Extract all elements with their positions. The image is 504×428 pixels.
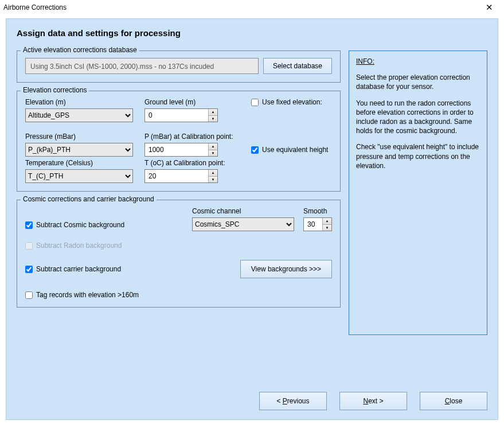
next-button[interactable]: Next > (339, 392, 407, 410)
select-database-button[interactable]: Select database (263, 58, 332, 74)
smooth-label: Smooth (303, 207, 332, 215)
spin-down-icon[interactable]: ▼ (209, 177, 217, 183)
cosmic-channel-label: Cosmic channel (192, 207, 294, 215)
spin-up-icon[interactable]: ▲ (209, 109, 217, 116)
subtract-cosmic-label: Subtract Cosmic background (36, 221, 124, 229)
window-title: Airborne Corrections (3, 3, 67, 11)
previous-button[interactable]: < Previous (259, 392, 327, 410)
ground-level-label: Ground level (m) (144, 98, 245, 106)
info-p2: You need to run the radon corrections be… (356, 99, 480, 136)
close-button[interactable]: Close (420, 392, 487, 410)
view-backgrounds-button[interactable]: View backgrounds >>> (240, 260, 332, 278)
previous-label-rest: revious (287, 397, 310, 405)
subtract-radon-checkbox: Subtract Radon background (25, 242, 332, 250)
t-cal-spinner[interactable]: ▲ ▼ (144, 169, 218, 183)
spin-down-icon[interactable]: ▼ (209, 150, 217, 157)
smooth-spinner[interactable]: ▲ ▼ (303, 217, 332, 231)
elevation-select[interactable]: Altitude_GPS (25, 108, 133, 122)
p-cal-spinner[interactable]: ▲ ▼ (144, 143, 218, 157)
info-heading: INFO: (356, 57, 374, 65)
use-equivalent-height-checkbox[interactable]: Use equivalent height (251, 146, 332, 154)
spin-down-icon[interactable]: ▼ (323, 225, 331, 231)
cosmic-channel-select[interactable]: Cosmics_SPC (192, 217, 294, 231)
previous-label-u: P (283, 397, 287, 405)
subtract-radon-label: Subtract Radon background (36, 242, 122, 250)
spin-up-icon[interactable]: ▲ (323, 218, 331, 225)
t-cal-label: T (oC) at Calibration point: (144, 159, 332, 167)
info-box: INFO: Select the proper elevation correc… (349, 50, 487, 335)
smooth-input[interactable] (304, 218, 322, 231)
ground-level-input[interactable] (145, 109, 208, 122)
spin-up-icon[interactable]: ▲ (209, 170, 217, 177)
tag-records-input[interactable] (25, 291, 33, 299)
temperature-label: Temperature (Celsius) (25, 159, 139, 167)
subtract-cosmic-input[interactable] (25, 221, 33, 229)
subtract-cosmic-checkbox[interactable]: Subtract Cosmic background (25, 221, 183, 229)
temperature-select[interactable]: T_(C)_PTH (25, 169, 133, 183)
pressure-label: Pressure (mBar) (25, 133, 139, 141)
use-fixed-elevation-label: Use fixed elevation: (262, 98, 322, 106)
pressure-select[interactable]: P_(kPa)_PTH (25, 143, 133, 157)
p-cal-label: P (mBar) at Calibration point: (144, 133, 332, 141)
next-label-rest: ext (368, 397, 377, 405)
info-p3: Check "use equivalent height" to include… (356, 142, 480, 170)
database-path-input: Using 3.5inch CsI (MS-1000, 2000).mss - … (25, 58, 259, 74)
subtract-carrier-label: Subtract carrier background (36, 265, 121, 273)
elevation-legend: Elevation corrections (21, 86, 89, 94)
use-fixed-elevation-checkbox[interactable]: Use fixed elevation: (251, 98, 332, 106)
subtract-carrier-checkbox[interactable]: Subtract carrier background (25, 265, 121, 273)
next-label-u: N (363, 397, 368, 405)
p-cal-input[interactable] (145, 143, 208, 156)
cosmic-legend: Cosmic corrections and carrier backgroun… (21, 195, 157, 203)
active-db-fieldset: Active elevation corrections database Us… (17, 50, 341, 83)
t-cal-input[interactable] (145, 170, 208, 182)
subtract-radon-input (25, 242, 33, 250)
main-panel: Assign data and settings for processing … (6, 18, 498, 420)
tag-records-label: Tag records with elevation >160m (36, 291, 139, 299)
titlebar: Airborne Corrections ✕ (0, 0, 504, 15)
spin-down-icon[interactable]: ▼ (209, 116, 217, 122)
subtract-carrier-input[interactable] (25, 266, 33, 273)
elevation-label: Elevation (m) (25, 98, 139, 106)
elevation-fieldset: Elevation corrections Elevation (m) Grou… (17, 91, 341, 192)
use-fixed-elevation-input[interactable] (251, 99, 259, 106)
tag-records-checkbox[interactable]: Tag records with elevation >160m (25, 291, 332, 299)
ground-level-spinner[interactable]: ▲ ▼ (144, 108, 218, 122)
close-label-rest: lose (450, 397, 462, 405)
cosmic-fieldset: Cosmic corrections and carrier backgroun… (17, 200, 341, 308)
use-equivalent-height-input[interactable] (251, 146, 259, 154)
spin-up-icon[interactable]: ▲ (209, 143, 217, 150)
info-p1: Select the proper elevation correction d… (356, 73, 480, 91)
active-db-legend: Active elevation corrections database (21, 46, 139, 54)
close-icon[interactable]: ✕ (479, 2, 499, 13)
use-equivalent-height-label: Use equivalent height (262, 146, 328, 154)
page-title: Assign data and settings for processing (17, 28, 487, 38)
